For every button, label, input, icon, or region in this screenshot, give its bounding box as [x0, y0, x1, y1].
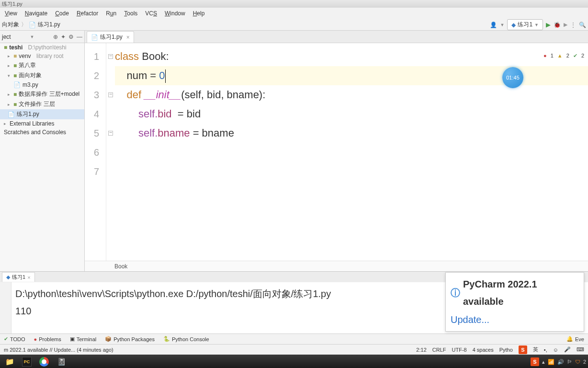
breadcrumb-sep: 〉 — [21, 21, 27, 29]
user-chevron-icon[interactable]: ▼ — [500, 23, 504, 27]
toolbar-right: ▼ ◆ 练习1 ▼ ▶ 🐞 ▶ ⋮ 🔍 — [490, 19, 586, 30]
console-output[interactable]: D:\python\teshi\venv\Scripts\python.exe … — [11, 282, 588, 334]
run-config-name: 练习1 — [518, 21, 532, 29]
ime-mic-icon[interactable]: 🎤 — [564, 346, 571, 353]
tray-clock[interactable]: 2 — [583, 359, 586, 365]
fold-icon[interactable] — [108, 131, 113, 136]
expand-all-icon[interactable]: ✦ — [61, 34, 66, 40]
editor-tab-active[interactable]: 📄 练习1.py × — [87, 31, 134, 43]
taskbar-chrome[interactable] — [36, 356, 52, 368]
menu-navigate[interactable]: Navigate — [21, 9, 51, 18]
timer-badge[interactable]: 01:45 — [502, 67, 523, 88]
system-tray[interactable]: S ▴ 📶 🔊 🏳 🛡 2 — [531, 357, 586, 366]
settings-icon[interactable]: ⚙ — [68, 34, 74, 40]
select-opened-icon[interactable]: ⊕ — [53, 34, 58, 40]
run-body: D:\python\teshi\venv\Scripts\python.exe … — [0, 282, 588, 334]
tw-todo[interactable]: ✔TODO — [4, 336, 25, 342]
close-icon[interactable]: × — [27, 275, 30, 280]
inspection-summary[interactable]: ●1 ▲2 ✔2 — [543, 46, 584, 65]
tree-external-libs[interactable]: ▸External Libraries — [0, 119, 84, 128]
close-icon[interactable]: × — [126, 34, 130, 41]
menu-help[interactable]: Help — [189, 9, 209, 18]
tree-file[interactable]: 📄m3.py — [0, 80, 84, 89]
toolwindows-bar: ✔TODO ●Problems ▣Terminal 📦Python Packag… — [0, 334, 588, 344]
run-coverage-button[interactable]: ▶ — [564, 22, 567, 28]
tray-volume-icon[interactable]: 🔊 — [557, 359, 564, 365]
sidebar-tools: ⊕ ✦ ⚙ — — [53, 34, 82, 40]
tw-eventlog[interactable]: 🔔Eve — [566, 336, 584, 342]
tree-file-active[interactable]: 📄练习1.py — [0, 109, 84, 119]
project-tree[interactable]: ■teshi D:\python\teshi ▸■venv library ro… — [0, 43, 84, 271]
chevron-down-icon: ▼ — [534, 23, 539, 27]
taskbar-explorer[interactable] — [2, 356, 17, 368]
taskbar-notepad[interactable] — [54, 356, 69, 368]
run-config-selector[interactable]: ◆ 练习1 ▼ — [507, 19, 543, 30]
warning-icon: ▲ — [557, 46, 563, 65]
more-actions-button[interactable]: ⋮ — [570, 22, 576, 28]
file-encoding[interactable]: UTF-8 — [452, 347, 467, 353]
taskbar: PC S ▴ 📶 🔊 🏳 🛡 2 — [0, 355, 588, 368]
run-button[interactable]: ▶ — [546, 21, 551, 28]
titlebar: 练习1.py — [0, 0, 588, 8]
tree-project-root[interactable]: ■teshi D:\python\teshi — [0, 43, 84, 52]
run-gutter — [0, 282, 11, 334]
ime-lang[interactable]: 英 — [533, 346, 538, 353]
breadcrumb-item[interactable]: 向对象 — [2, 21, 19, 29]
ime-smiley-icon[interactable]: ☺ — [553, 347, 558, 353]
menu-vcs[interactable]: VCS — [141, 9, 161, 18]
indent-setting[interactable]: 4 spaces — [473, 347, 494, 353]
tw-problems[interactable]: ●Problems — [34, 336, 61, 342]
menu-refactor[interactable]: Refactor — [73, 9, 102, 18]
editor-breadcrumb[interactable]: Book — [85, 261, 588, 271]
taskbar-pycharm[interactable]: PC — [19, 356, 34, 368]
error-icon: ● — [543, 46, 547, 65]
tw-pypackages[interactable]: 📦Python Packages — [105, 336, 155, 342]
main: ject ▼ ⊕ ✦ ⚙ — ■teshi D:\python\teshi ▸■… — [0, 31, 588, 271]
search-icon[interactable]: 🔍 — [579, 22, 586, 28]
tray-shield-icon[interactable]: 🛡 — [575, 359, 580, 365]
typo-icon: ✔ — [573, 46, 577, 65]
update-link[interactable]: Update... — [451, 311, 489, 328]
menu-view[interactable]: View — [1, 9, 21, 18]
code-area[interactable]: class Book: num = 0 def __init__(self, b… — [115, 43, 588, 261]
hide-icon[interactable]: — — [77, 34, 82, 40]
tray-flag-icon[interactable]: 🏳 — [567, 359, 572, 365]
breadcrumb-item[interactable]: 练习1.py — [38, 21, 60, 29]
menu-tools[interactable]: Tools — [120, 9, 141, 18]
run-tab-active[interactable]: ◆ 练习1 × — [2, 272, 35, 282]
status-message[interactable]: m 2022.1 available // Update... (4 minut… — [4, 347, 113, 353]
fold-icon[interactable] — [108, 92, 113, 97]
update-notification: ⓘPyCharm 2022.1 available Update... — [445, 272, 584, 332]
tree-venv[interactable]: ▸■venv library root — [0, 52, 84, 60]
tab-label: 练习1.py — [100, 33, 123, 41]
menu-window[interactable]: Window — [161, 9, 189, 18]
breadcrumb: 向对象 〉 📄 练习1.py — [2, 21, 60, 29]
ime-punct-icon[interactable]: •, — [544, 347, 547, 353]
tw-terminal[interactable]: ▣Terminal — [70, 336, 97, 342]
user-icon[interactable] — [490, 22, 497, 28]
caret-position[interactable]: 2:12 — [416, 347, 426, 353]
project-sidebar: ject ▼ ⊕ ✦ ⚙ — ■teshi D:\python\teshi ▸■… — [0, 31, 85, 271]
chevron-down-icon[interactable]: ▼ — [30, 34, 34, 39]
ime-keyboard-icon[interactable]: ⌨ — [577, 346, 584, 353]
menu-code[interactable]: Code — [51, 9, 73, 18]
tree-scratches[interactable]: Scratches and Consoles — [0, 128, 84, 137]
package-icon: 📦 — [105, 336, 112, 342]
terminal-icon: ▣ — [70, 336, 75, 342]
editor-body[interactable]: 1234567 class Book: num = 0 def __init__… — [85, 43, 588, 261]
debug-button[interactable]: 🐞 — [554, 22, 561, 28]
fold-icon[interactable] — [108, 54, 113, 59]
tray-wifi-icon[interactable]: 📶 — [548, 359, 554, 365]
menu-run[interactable]: Run — [102, 9, 120, 18]
tray-chevron-icon[interactable]: ▴ — [542, 359, 545, 365]
tree-folder[interactable]: ▾■面向对象 — [0, 70, 84, 80]
line-separator[interactable]: CRLF — [432, 347, 446, 353]
ime-sogou-icon[interactable]: S — [519, 345, 527, 354]
menubar: View Navigate Code Refactor Run Tools VC… — [0, 8, 588, 19]
interpreter[interactable]: Pytho — [499, 347, 513, 353]
tray-sogou-icon[interactable]: S — [531, 357, 539, 366]
tree-folder[interactable]: ▸■数据库操作 三层+model — [0, 89, 84, 99]
tw-pyconsole[interactable]: 🐍Python Console — [163, 336, 209, 342]
tree-folder[interactable]: ▸■文件操作 三层 — [0, 99, 84, 109]
tree-folder[interactable]: ▸■第八章 — [0, 60, 84, 70]
